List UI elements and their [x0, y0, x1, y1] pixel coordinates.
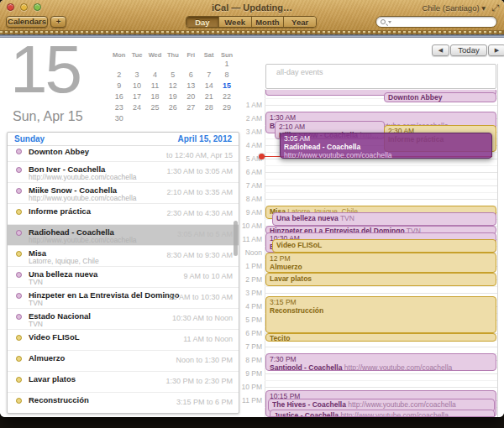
weekday-label: Fri	[182, 50, 200, 59]
minical-day[interactable]: 24	[128, 102, 145, 113]
minical-day[interactable]: 21	[200, 91, 218, 102]
title-bar[interactable]: iCal — Updating… Chile (Santiago) ▾ ⤢	[0, 0, 504, 14]
purple-calendar-dot-icon	[16, 230, 22, 236]
search-input[interactable]	[393, 18, 492, 27]
list-item[interactable]: Miike Snow - Coachellahttp://www.youtube…	[8, 183, 239, 204]
hour-gridline	[265, 159, 497, 159]
minical-day[interactable]: 18	[146, 91, 164, 102]
minical-day[interactable]: 2	[110, 70, 128, 81]
list-item[interactable]: Video FLISoL11 AM to Noon	[8, 330, 239, 351]
event-santigold[interactable]: 7:30 PM Santigold - Coachella http://www…	[265, 353, 496, 371]
minical-day[interactable]: 23	[110, 102, 128, 113]
event-title: Reconstrucción	[270, 306, 323, 315]
event-radiohead-selected[interactable]: 3:05 AM Radiohead - Coachella http://www…	[280, 133, 492, 159]
calendar-content: 15 Sun, Apr 15 MonTueWedThuFriSatSun 123…	[0, 38, 504, 417]
list-item[interactable]: Estado NacionalTVN10:30 AM to Noon	[8, 309, 239, 330]
event-justice[interactable]: Justice - Coachella http://www.youtube.c…	[270, 410, 495, 417]
minical-day[interactable]: 19	[164, 91, 181, 102]
event-downton-abbey[interactable]: Downton Abbey	[384, 92, 496, 102]
list-item[interactable]: Downton Abbeyto 12:40 AM, Apr 15	[8, 146, 239, 162]
event-location: TVN	[340, 214, 354, 222]
event-tecito[interactable]: Tecito	[265, 333, 496, 342]
today-button[interactable]: Today	[450, 44, 487, 56]
search-options-caret-icon[interactable]	[388, 21, 391, 23]
minical-day[interactable]: 28	[200, 102, 218, 113]
list-item[interactable]: Reconstrucción3:15 PM to 6 PM	[8, 393, 239, 414]
list-item-subtitle: TVN	[29, 320, 43, 328]
minical-day[interactable]: 25	[146, 102, 164, 113]
list-item[interactable]: Lavar platos1:30 PM to 2:30 PM	[8, 372, 239, 393]
list-item-selected[interactable]: Radiohead - Coachellahttp://www.youtube.…	[8, 225, 239, 246]
fullscreen-icon[interactable]: ⤢	[491, 3, 499, 13]
purple-calendar-dot-icon	[16, 149, 22, 154]
minical-day[interactable]: 11	[146, 81, 164, 91]
event-video-flisol[interactable]: Video FLISoL	[272, 239, 496, 253]
hour-label: 5 PM	[225, 316, 262, 324]
weekday-label: Tue	[128, 50, 145, 59]
minical-day[interactable]: 14	[200, 81, 218, 91]
minical-day[interactable]: 17	[128, 91, 145, 102]
event-una-belleza-nueva[interactable]: Una belleza nueva TVN	[272, 212, 496, 226]
calendars-button[interactable]: Calendars	[6, 16, 48, 28]
minical-day[interactable]: 3	[128, 70, 145, 81]
list-item-subtitle: http://www.youtube.com/coachella	[29, 236, 137, 244]
tab-month[interactable]: Month	[252, 17, 285, 27]
list-item-subtitle: http://www.youtube.com/coachella	[29, 173, 137, 181]
list-header-day: Sunday	[14, 134, 45, 144]
minical-day[interactable]: 5	[164, 70, 181, 81]
hour-label: 7 AM	[225, 181, 262, 190]
list-item[interactable]: Hinzpeter en La Entrevista del DomingoTV…	[8, 288, 239, 309]
date-navigation: ◀ Today ▶	[432, 44, 504, 56]
hour-label: 3 AM	[225, 128, 262, 136]
event-lavar-platos[interactable]: Lavar platos	[265, 273, 496, 286]
list-item[interactable]: AlmuerzoNoon to 1:30 PM	[8, 351, 239, 372]
current-time-dot[interactable]	[259, 154, 265, 159]
minical-day[interactable]: 8	[218, 70, 235, 81]
minical-day[interactable]: 20	[182, 91, 200, 102]
ical-window: iCal — Updating… Chile (Santiago) ▾ ⤢ Ca…	[0, 0, 504, 417]
list-item-title: Informe práctica	[29, 206, 91, 216]
minical-day[interactable]: 12	[164, 81, 181, 91]
minical-day[interactable]: 16	[110, 91, 128, 102]
hour-gridline	[265, 387, 497, 388]
minical-day	[128, 59, 145, 70]
mini-calendar-week: 2345678	[110, 70, 236, 81]
list-item[interactable]: Informe práctica2:30 AM to 4:30 AM	[8, 204, 239, 225]
minical-day[interactable]: 13	[182, 81, 200, 91]
minical-day-selected[interactable]: 15	[218, 81, 235, 91]
event-reconstruccion[interactable]: 3:15 PM Reconstrucción	[265, 296, 496, 333]
minical-day[interactable]: 4	[146, 70, 164, 81]
yellow-calendar-dot-icon	[16, 398, 22, 404]
event-url: http://www.youtube.com/coachella	[284, 151, 488, 159]
minical-day	[164, 113, 181, 124]
list-item[interactable]: Una belleza nuevaTVN9 AM to 10 AM	[8, 267, 239, 288]
hour-label: 1 AM	[225, 101, 262, 109]
add-calendar-button[interactable]: +	[50, 16, 66, 28]
timezone-selector[interactable]: Chile (Santiago) ▾	[422, 3, 486, 13]
event-time: 12 PM	[270, 254, 492, 263]
minical-day[interactable]: 9	[110, 81, 128, 91]
hour-label: 8 PM	[225, 356, 262, 364]
list-item[interactable]: MisaLatorre, Iquique, Chile8:30 AM to 9:…	[8, 246, 239, 267]
minical-day[interactable]: 7	[200, 70, 218, 81]
tab-day[interactable]: Day	[186, 17, 219, 27]
minical-day[interactable]: 30	[110, 113, 128, 124]
hour-label: 11 PM	[225, 396, 262, 405]
minical-day[interactable]: 1	[218, 59, 235, 70]
yellow-calendar-dot-icon	[16, 356, 22, 362]
minical-day[interactable]: 27	[182, 102, 200, 113]
event-almuerzo[interactable]: 12 PM Almuerzo	[265, 253, 496, 273]
tab-year[interactable]: Year	[284, 17, 316, 27]
minical-day	[200, 59, 218, 70]
half-hour-gridline	[265, 380, 497, 381]
minical-day[interactable]: 26	[164, 102, 181, 113]
list-item[interactable]: Bon Iver - Coachellahttp://www.youtube.c…	[8, 162, 239, 183]
prev-day-button[interactable]: ◀	[432, 44, 449, 56]
weekday-label: Mon	[110, 50, 128, 59]
all-day-events-area[interactable]: all-day events	[265, 64, 496, 89]
minical-day[interactable]: 6	[182, 70, 200, 81]
next-day-button[interactable]: ▶	[488, 44, 504, 56]
minical-day[interactable]: 10	[128, 81, 145, 91]
tab-week[interactable]: Week	[219, 17, 252, 27]
hour-label: 2 PM	[225, 275, 262, 284]
